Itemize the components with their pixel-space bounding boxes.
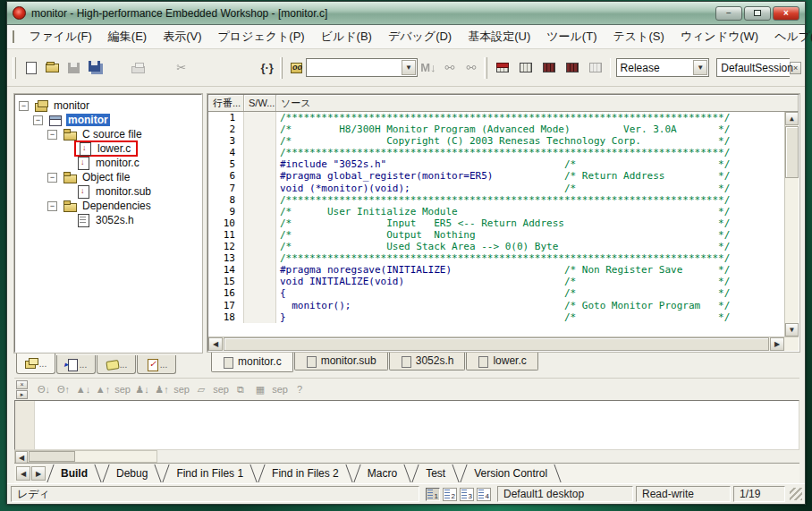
menu-item[interactable]: 編集(E) [100, 26, 155, 47]
code-line[interactable]: 3 /* Copyright (C) 2003 Renesas Technolo… [208, 135, 799, 147]
breakpoint-gutter[interactable] [244, 123, 276, 135]
code-line[interactable]: 16 { /* */ [208, 287, 799, 299]
output-close-icon[interactable]: × [16, 380, 28, 389]
horizontal-scrollbar[interactable]: ◀ ▶ [208, 336, 799, 351]
tree-row[interactable]: − monitor [17, 113, 199, 127]
desktop-icon[interactable]: 3 [460, 488, 474, 501]
output-tab[interactable]: Macro [353, 464, 411, 482]
configuration-combobox[interactable]: Release ▼ [616, 58, 710, 77]
output-tab[interactable]: Debug [102, 464, 162, 482]
breakpoint-gutter[interactable] [244, 252, 276, 264]
toolbar-button[interactable] [106, 57, 128, 79]
tree-row[interactable]: lower.c [17, 141, 199, 156]
toolbar-button[interactable]: M↓ [418, 57, 439, 79]
code-line[interactable]: 12 /* Used Stack Area --> 0(0) Byte */ [208, 241, 799, 252]
output-content[interactable] [14, 400, 799, 450]
title-bar[interactable]: monitor - High-performance Embedded Work… [7, 2, 805, 25]
breakpoint-gutter[interactable] [244, 158, 276, 170]
toolbar-button[interactable] [21, 57, 42, 79]
scroll-up-icon[interactable]: ▲ [785, 112, 799, 125]
editor-file-tab[interactable]: lower.c [466, 352, 537, 370]
scroll-right-icon[interactable]: ▶ [770, 337, 784, 351]
find-icon[interactable] [287, 57, 305, 79]
menu-item[interactable]: デバッグ(D) [380, 26, 460, 47]
output-toolbar-button[interactable]: ▱ [191, 380, 211, 398]
toolbar-grip[interactable] [280, 57, 283, 79]
toolbar-button[interactable] [42, 57, 63, 79]
menu-item[interactable]: プロジェクト(P) [210, 26, 313, 47]
toolbar-button[interactable]: {·} [257, 57, 278, 79]
tree-item[interactable]: Object file [61, 171, 133, 183]
document-icon[interactable] [13, 30, 14, 43]
breakpoint-gutter[interactable] [244, 241, 276, 252]
tree-row[interactable]: monitor.c [17, 156, 199, 170]
code-line[interactable]: 2 /* H8/300H Monitor Program (Advanced M… [208, 123, 799, 135]
code-line[interactable]: 13 /************************************… [208, 252, 799, 264]
tabs-scroll-left-icon[interactable]: ◀ [16, 466, 30, 481]
output-tab[interactable]: Version Control [460, 464, 562, 482]
tree-row[interactable]: − C source file [17, 127, 199, 141]
tree-item[interactable]: Dependencies [61, 200, 155, 212]
workspace-tab[interactable]: ... [137, 355, 176, 374]
desktop-icon[interactable]: 1 [426, 488, 440, 501]
tree-item[interactable]: monitor.c [74, 157, 143, 169]
output-tab[interactable]: Find in Files 2 [258, 464, 353, 482]
breakpoint-gutter[interactable] [244, 206, 276, 217]
toolbar-button[interactable]: ⚯ [461, 57, 482, 79]
minimize-button[interactable]: − [715, 6, 742, 21]
breakpoint-gutter[interactable] [244, 147, 276, 158]
editor-file-tab[interactable]: monitor.c [211, 352, 293, 372]
output-expand-icon[interactable]: ▸ [16, 390, 28, 399]
menu-item[interactable]: ウィンドウ(W) [672, 26, 766, 47]
close-button[interactable]: × [773, 6, 799, 21]
build-toolbar-button[interactable] [562, 57, 583, 79]
tree-item[interactable]: monitor.sub [74, 185, 155, 198]
output-toolbar-button[interactable]: ? [290, 380, 309, 398]
output-toolbar-button[interactable]: ▲↓ [73, 380, 93, 398]
toolbar-grip[interactable] [484, 57, 487, 79]
breakpoint-gutter[interactable] [244, 311, 276, 323]
tree-expand-toggle[interactable]: − [47, 130, 57, 140]
find-combobox[interactable]: ▼ [306, 58, 418, 77]
output-toolbar-button[interactable]: ▲↑ [93, 380, 113, 398]
toolbar-button[interactable] [235, 57, 257, 79]
tree-row[interactable]: − Object file [17, 170, 199, 184]
tabs-scroll-right-icon[interactable]: ▶ [31, 466, 46, 481]
tree-expand-toggle[interactable]: − [47, 201, 57, 211]
code-line[interactable]: 14 #pragma noregsave(INITIALIZE) /* Non … [208, 264, 799, 276]
tree-expand-toggle[interactable]: − [33, 115, 43, 125]
toolbar-button[interactable] [192, 57, 214, 79]
code-line[interactable]: 6 #pragma global_register(monitor=ER5) /… [208, 170, 799, 182]
toolbar-grip[interactable] [13, 57, 16, 79]
output-scroll-thumb[interactable] [29, 451, 75, 462]
breakpoint-gutter[interactable] [244, 300, 276, 311]
output-toolbar-button[interactable]: sep [172, 380, 191, 398]
desktop-icon[interactable]: 2 [443, 488, 457, 501]
output-tab[interactable]: Build [47, 464, 102, 482]
tree-item[interactable]: monitor [32, 99, 93, 112]
desktop-icon[interactable]: 4 [477, 488, 491, 501]
build-toolbar-button[interactable] [538, 57, 560, 79]
resize-grip[interactable] [790, 488, 802, 500]
output-toolbar-button[interactable]: sep [211, 380, 231, 398]
code-line[interactable]: 9 /* User Initialize Module */ [208, 206, 799, 217]
tree-item[interactable]: 3052s.h [74, 214, 138, 226]
scroll-left-icon[interactable]: ◀ [208, 337, 223, 351]
dropdown-arrow-icon[interactable]: ▼ [693, 60, 707, 75]
editor-file-tab[interactable]: monitor.sub [294, 352, 388, 370]
output-toolbar-button[interactable]: ⧉ [231, 380, 250, 398]
code-line[interactable]: 1 /*************************************… [208, 112, 799, 123]
menu-item[interactable]: ファイル(F) [21, 26, 100, 47]
tree-expand-toggle[interactable]: − [19, 101, 29, 111]
code-line[interactable]: 18 } /* */ [208, 311, 799, 323]
breakpoint-gutter[interactable] [244, 229, 276, 241]
build-toolbar-button[interactable] [515, 57, 537, 79]
menu-item[interactable]: ツール(T) [538, 26, 605, 47]
code-line[interactable]: 15 void INITIALIZE(void) /* */ [208, 276, 799, 287]
code-line[interactable]: 17 monitor(); /* Goto Monitor Program */ [208, 300, 799, 311]
code-line[interactable]: 11 /* Output Nothing */ [208, 229, 799, 241]
code-line[interactable]: 5 #include "3052s.h" /* */ [208, 158, 799, 170]
session-combobox[interactable]: DefaultSession [716, 58, 790, 77]
breakpoint-gutter[interactable] [244, 112, 276, 123]
menu-item[interactable]: 表示(V) [155, 26, 209, 47]
